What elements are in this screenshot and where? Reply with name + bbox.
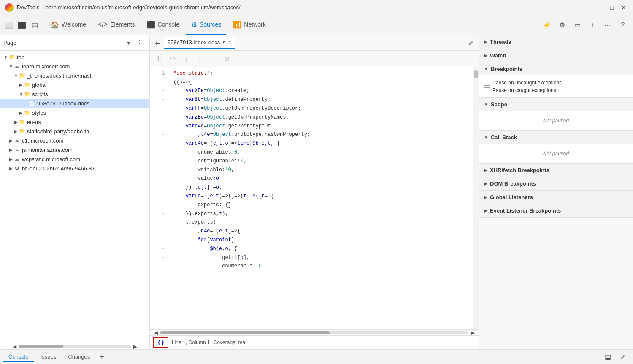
event-arrow-icon: ▶ <box>484 208 487 213</box>
settings-icon[interactable]: ⚙ <box>555 19 569 32</box>
line-num-18: - <box>150 218 167 227</box>
tree-item-static[interactable]: ▶ 📁 static/third-party/adobe-ta <box>0 127 149 136</box>
xhr-header[interactable]: ▶ XHR/fetch Breakpoints <box>479 164 633 177</box>
step-out-icon[interactable]: ↑ <box>194 53 206 65</box>
code-line-19: , n4e = (e,t)=>{ <box>173 227 470 236</box>
bottom-tab-changes[interactable]: Changes <box>63 352 95 362</box>
threads-label: Threads <box>490 39 511 45</box>
pause-caught-label: Pause on caught exceptions <box>492 87 556 93</box>
console-icon: ⬛ <box>147 21 155 29</box>
custom-markers-icon[interactable]: ⚡ <box>540 19 554 32</box>
gear-icon: ⚙ <box>14 165 20 172</box>
code-content[interactable]: "use strict"; (()=>{ var XBe = Object.cr… <box>170 67 473 329</box>
pause-icon[interactable]: ⏸ <box>153 53 165 65</box>
deactivate-breakpoints-icon[interactable]: ⊘ <box>221 53 233 65</box>
cloud-icon: ☁ <box>14 63 20 70</box>
tree-item-styles[interactable]: ▶ 📁 styles <box>0 108 149 117</box>
line-num-10: - <box>150 148 167 157</box>
callstack-header[interactable]: ▼ Call Stack <box>479 131 633 144</box>
threads-header[interactable]: ▶ Threads <box>479 35 633 49</box>
dock-bottom-icon[interactable]: ⬓ <box>601 350 614 364</box>
watch-header[interactable]: ▶ Watch <box>479 49 633 62</box>
code-line-16: exports: {} <box>173 201 470 210</box>
scope-header[interactable]: ▼ Scope <box>479 98 633 111</box>
code-vertical-scrollbar[interactable] <box>473 67 479 329</box>
add-panel-icon[interactable]: + <box>97 352 107 362</box>
tab-network[interactable]: 📶 Network <box>228 15 271 35</box>
line-num-23: - <box>150 262 167 271</box>
tree-item-c1[interactable]: ▶ ☁ c1.microsoft.com <box>0 136 149 145</box>
format-button[interactable]: { } <box>153 337 168 348</box>
dom-section: ▶ DOM Breakpoints <box>479 177 633 191</box>
add-tab-icon[interactable]: ＋ <box>586 19 599 32</box>
maximize-button[interactable]: □ <box>608 3 616 12</box>
nav-controls: ⬜ ⬛ ▤ <box>3 19 41 31</box>
minimize-button[interactable]: — <box>596 3 604 12</box>
tree-item-enus[interactable]: ▶ 📁 en-us <box>0 117 149 127</box>
scroll-right-icon[interactable]: ▶ <box>131 342 139 349</box>
chevron-down-icon[interactable]: ▼ <box>126 40 131 46</box>
line-num-6: - <box>150 113 167 122</box>
tree-item-bf5d[interactable]: ▶ ⚙ bf5db621-2b62-4d96-9466-87 <box>0 164 149 173</box>
event-header[interactable]: ▶ Event Listener Breakpoints <box>479 204 633 217</box>
step-icon[interactable]: → <box>207 53 219 65</box>
tree-item-scripts[interactable]: ▼ 📁 scripts <box>0 89 149 99</box>
step-over-icon[interactable]: ↷ <box>167 53 179 65</box>
more-options-icon[interactable]: ⋮ <box>133 36 146 50</box>
help-icon[interactable]: ? <box>616 19 630 32</box>
arrow-icon: ▼ <box>3 55 8 59</box>
breakpoints-section: ▼ Breakpoints Pause on uncaught exceptio… <box>479 62 633 98</box>
bottom-tab-issues[interactable]: Issues <box>35 352 62 362</box>
code-area: 1 - - - - - - - - - - - - - - - - - - - <box>150 67 479 329</box>
arrow-icon: ▶ <box>8 157 14 162</box>
global-header[interactable]: ▶ Global Listeners <box>479 191 633 204</box>
breakpoints-header[interactable]: ▼ Breakpoints <box>479 62 633 75</box>
close-tab-icon[interactable]: ✕ <box>228 40 232 46</box>
folder-icon: 📁 <box>19 119 25 125</box>
editor-filename: 958e7913.index-docs.js <box>168 39 225 46</box>
undock-icon[interactable]: ⤢ <box>616 350 630 364</box>
scroll-left-icon[interactable]: ◀ <box>10 342 19 349</box>
close-button[interactable]: ✕ <box>619 3 628 12</box>
tab-elements[interactable]: </> Elements <box>93 15 140 35</box>
tree-item-jsmonitor[interactable]: ▶ ☁ js.monitor.azure.com <box>0 145 149 154</box>
expand-editor-icon[interactable]: ⤢ <box>465 37 477 49</box>
bottom-tab-console-label: Console <box>8 353 29 360</box>
dock-right-icon[interactable]: ▤ <box>29 19 41 31</box>
tree-item-top[interactable]: ▼ 📁 top <box>0 52 149 62</box>
scroll-track[interactable] <box>19 345 131 348</box>
tree-item-indexdocs[interactable]: 📄 958e7913.index-docs. <box>0 99 149 108</box>
h-scroll-track[interactable] <box>160 331 468 334</box>
dock-bottom-icon[interactable]: ⬛ <box>16 19 28 31</box>
dom-header[interactable]: ▶ DOM Breakpoints <box>479 177 633 190</box>
step-into-icon[interactable]: ↓ <box>180 53 192 65</box>
tab-console[interactable]: ⬛ Console <box>142 15 184 35</box>
tab-welcome[interactable]: 🏠 Welcome <box>46 15 91 35</box>
line-numbers: 1 - - - - - - - - - - - - - - - - - - - <box>150 67 170 329</box>
bottom-tab-console[interactable]: Console <box>3 352 34 362</box>
tab-sources[interactable]: ⚙ Sources <box>186 15 226 35</box>
code-line-6: var ZBe = Object.getOwnPropertyNames; <box>173 113 470 122</box>
line-num-3: - <box>150 87 167 96</box>
arrow-icon: ▶ <box>19 111 24 115</box>
line-num-7: - <box>150 122 167 131</box>
collapse-panel-icon[interactable]: ⬅ <box>151 37 163 49</box>
tree-item-learn[interactable]: ▼ ☁ learn.microsoft.com <box>0 62 149 71</box>
file-panel: Page ▼ ⋮ ▼ 📁 top ▼ ☁ learn.microsoft.com <box>0 35 150 349</box>
tree-item-themes[interactable]: ▼ 📁 _themes/docs.theme/mast <box>0 71 149 80</box>
editor-file-tab[interactable]: 958e7913.index-docs.js ✕ <box>164 37 235 49</box>
file-panel-title: Page <box>3 40 124 46</box>
arrow-icon: ▶ <box>14 120 19 124</box>
pause-uncaught-checkbox[interactable] <box>484 80 490 86</box>
screen-cast-icon[interactable]: ▭ <box>571 19 584 32</box>
xhr-label: XHR/fetch Breakpoints <box>490 167 549 173</box>
dock-left-icon[interactable]: ⬜ <box>3 19 15 31</box>
code-line-14: }) : e[t] = o; <box>173 183 470 192</box>
file-panel-header: Page ▼ ⋮ <box>0 35 149 51</box>
pause-caught-checkbox[interactable] <box>484 87 490 93</box>
breakpoints-arrow-icon: ▼ <box>484 67 488 71</box>
more-tools-icon[interactable]: ⋯ <box>601 19 614 32</box>
code-line-10: enumerable: !0, <box>173 148 470 157</box>
tree-item-wcpstatic[interactable]: ▶ ☁ wcpstatic.microsoft.com <box>0 154 149 164</box>
tree-item-global[interactable]: ▶ 📁 global <box>0 80 149 89</box>
